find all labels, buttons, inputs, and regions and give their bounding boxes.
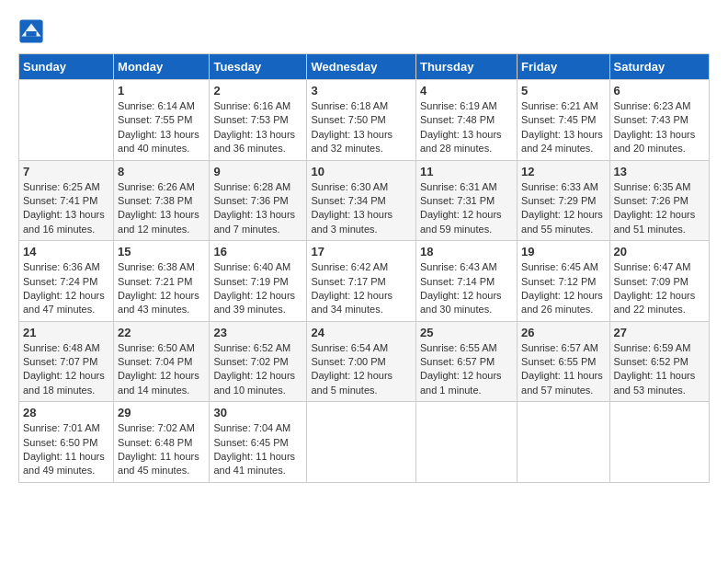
sunset-text: Sunset: 7:04 PM: [118, 355, 205, 369]
sunrise-text: Sunrise: 7:01 AM: [23, 421, 109, 435]
sunrise-text: Sunrise: 7:04 AM: [213, 421, 302, 435]
daylight-text: Daylight: 11 hours and 57 minutes.: [521, 369, 605, 397]
day-number: 26: [521, 326, 605, 339]
daylight-text: Daylight: 11 hours and 45 minutes.: [118, 450, 205, 478]
header-wednesday: Wednesday: [307, 54, 416, 80]
calendar-cell: 12Sunrise: 6:33 AMSunset: 7:29 PMDayligh…: [518, 160, 609, 241]
sunrise-text: Sunrise: 6:45 AM: [521, 260, 605, 274]
calendar-cell: [19, 80, 114, 161]
day-number: 11: [420, 165, 513, 178]
day-number: 15: [118, 245, 205, 259]
daylight-text: Daylight: 12 hours and 47 minutes.: [23, 289, 109, 317]
calendar-cell: 23Sunrise: 6:52 AMSunset: 7:02 PMDayligh…: [210, 321, 307, 402]
day-number: 13: [614, 165, 705, 178]
day-number: 23: [213, 326, 302, 339]
sunset-text: Sunset: 6:50 PM: [23, 436, 109, 450]
day-number: 17: [311, 245, 412, 259]
daylight-text: Daylight: 13 hours and 7 minutes.: [213, 208, 302, 236]
daylight-text: Daylight: 11 hours and 53 minutes.: [614, 369, 705, 397]
sunrise-text: Sunrise: 6:16 AM: [213, 99, 302, 113]
daylight-text: Daylight: 12 hours and 18 minutes.: [23, 369, 109, 397]
daylight-text: Daylight: 12 hours and 1 minute.: [420, 369, 513, 397]
daylight-text: Daylight: 12 hours and 5 minutes.: [311, 369, 412, 397]
calendar-cell: 28Sunrise: 7:01 AMSunset: 6:50 PMDayligh…: [19, 402, 114, 483]
calendar-cell: 16Sunrise: 6:40 AMSunset: 7:19 PMDayligh…: [210, 241, 307, 322]
sunrise-text: Sunrise: 6:28 AM: [213, 180, 302, 194]
logo-icon: [18, 18, 44, 44]
day-number: 14: [23, 245, 109, 259]
sunrise-text: Sunrise: 6:59 AM: [614, 341, 705, 355]
sunrise-text: Sunrise: 6:43 AM: [420, 260, 513, 274]
header-friday: Friday: [518, 54, 609, 80]
day-number: 4: [420, 84, 513, 98]
sunset-text: Sunset: 7:24 PM: [23, 275, 109, 289]
calendar-cell: 4Sunrise: 6:19 AMSunset: 7:48 PMDaylight…: [415, 80, 517, 161]
sunset-text: Sunset: 6:45 PM: [213, 436, 302, 450]
sunset-text: Sunset: 7:31 PM: [420, 194, 513, 208]
daylight-text: Daylight: 13 hours and 12 minutes.: [118, 208, 205, 236]
calendar-cell: 2Sunrise: 6:16 AMSunset: 7:53 PMDaylight…: [210, 80, 307, 161]
calendar-cell: [609, 402, 709, 483]
calendar-cell: 24Sunrise: 6:54 AMSunset: 7:00 PMDayligh…: [307, 321, 416, 402]
day-number: 1: [118, 84, 205, 98]
calendar-cell: [518, 402, 609, 483]
calendar-cell: 10Sunrise: 6:30 AMSunset: 7:34 PMDayligh…: [307, 160, 416, 241]
sunset-text: Sunset: 6:52 PM: [614, 355, 705, 369]
sunrise-text: Sunrise: 7:02 AM: [118, 421, 205, 435]
week-row-4: 21Sunrise: 6:48 AMSunset: 7:07 PMDayligh…: [19, 321, 710, 402]
daylight-text: Daylight: 13 hours and 40 minutes.: [118, 128, 205, 156]
header-monday: Monday: [114, 54, 210, 80]
day-number: 3: [311, 84, 412, 98]
calendar-cell: 21Sunrise: 6:48 AMSunset: 7:07 PMDayligh…: [19, 321, 114, 402]
sunrise-text: Sunrise: 6:14 AM: [118, 99, 205, 113]
calendar-cell: [307, 402, 416, 483]
sunrise-text: Sunrise: 6:50 AM: [118, 341, 205, 355]
daylight-text: Daylight: 11 hours and 41 minutes.: [213, 450, 302, 478]
sunset-text: Sunset: 7:02 PM: [213, 355, 302, 369]
sunrise-text: Sunrise: 6:31 AM: [420, 180, 513, 194]
svg-rect-2: [26, 31, 36, 37]
day-number: 5: [521, 84, 605, 98]
calendar-cell: 13Sunrise: 6:35 AMSunset: 7:26 PMDayligh…: [609, 160, 709, 241]
sunrise-text: Sunrise: 6:25 AM: [23, 180, 109, 194]
sunrise-text: Sunrise: 6:48 AM: [23, 341, 109, 355]
daylight-text: Daylight: 13 hours and 20 minutes.: [614, 128, 705, 156]
day-number: 19: [521, 245, 605, 259]
sunset-text: Sunset: 7:21 PM: [118, 275, 205, 289]
day-number: 8: [118, 165, 205, 178]
sunrise-text: Sunrise: 6:19 AM: [420, 99, 513, 113]
daylight-text: Daylight: 12 hours and 22 minutes.: [614, 289, 705, 317]
calendar-cell: 15Sunrise: 6:38 AMSunset: 7:21 PMDayligh…: [114, 241, 210, 322]
daylight-text: Daylight: 12 hours and 34 minutes.: [311, 289, 412, 317]
week-row-2: 7Sunrise: 6:25 AMSunset: 7:41 PMDaylight…: [19, 160, 710, 241]
daylight-text: Daylight: 13 hours and 3 minutes.: [311, 208, 412, 236]
daylight-text: Daylight: 12 hours and 39 minutes.: [213, 289, 302, 317]
daylight-text: Daylight: 13 hours and 16 minutes.: [23, 208, 109, 236]
header-thursday: Thursday: [415, 54, 517, 80]
day-number: 28: [23, 406, 109, 419]
header-saturday: Saturday: [609, 54, 709, 80]
sunset-text: Sunset: 6:55 PM: [521, 355, 605, 369]
sunrise-text: Sunrise: 6:21 AM: [521, 99, 605, 113]
calendar-table: SundayMondayTuesdayWednesdayThursdayFrid…: [18, 53, 710, 483]
daylight-text: Daylight: 12 hours and 10 minutes.: [213, 369, 302, 397]
calendar-cell: 20Sunrise: 6:47 AMSunset: 7:09 PMDayligh…: [609, 241, 709, 322]
daylight-text: Daylight: 13 hours and 24 minutes.: [521, 128, 605, 156]
day-number: 6: [614, 84, 705, 98]
day-number: 10: [311, 165, 412, 178]
sunrise-text: Sunrise: 6:52 AM: [213, 341, 302, 355]
sunrise-text: Sunrise: 6:47 AM: [614, 260, 705, 274]
sunrise-text: Sunrise: 6:33 AM: [521, 180, 605, 194]
day-number: 7: [23, 165, 109, 178]
sunset-text: Sunset: 7:26 PM: [614, 194, 705, 208]
page-header: [18, 18, 710, 44]
day-number: 12: [521, 165, 605, 178]
sunset-text: Sunset: 7:41 PM: [23, 194, 109, 208]
day-number: 30: [213, 406, 302, 419]
calendar-header-row: SundayMondayTuesdayWednesdayThursdayFrid…: [19, 54, 710, 80]
calendar-cell: 22Sunrise: 6:50 AMSunset: 7:04 PMDayligh…: [114, 321, 210, 402]
sunrise-text: Sunrise: 6:54 AM: [311, 341, 412, 355]
daylight-text: Daylight: 12 hours and 51 minutes.: [614, 208, 705, 236]
sunset-text: Sunset: 7:09 PM: [614, 275, 705, 289]
sunset-text: Sunset: 7:17 PM: [311, 275, 412, 289]
